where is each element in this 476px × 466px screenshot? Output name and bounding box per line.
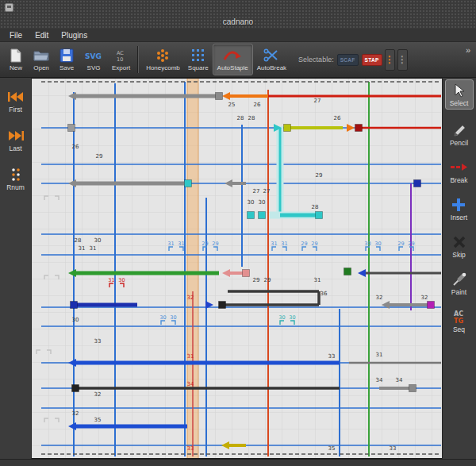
insertion-number: 29 xyxy=(311,241,317,247)
left-tool-panel: First Last Rnum xyxy=(0,78,32,459)
base-index-label: 29 xyxy=(253,277,260,283)
insert-tool-button[interactable]: Insert xyxy=(451,197,467,221)
path-view-canvas[interactable]: 3131292931312929303029293130303030302526… xyxy=(32,79,441,458)
strand-square-endpoint[interactable] xyxy=(344,268,351,275)
menu-plugins[interactable]: Plugins xyxy=(55,30,94,40)
window-menu-icon[interactable] xyxy=(5,3,13,12)
strand-square-endpoint[interactable] xyxy=(248,212,255,219)
base-index-label: 31 xyxy=(90,245,97,252)
strand-square-endpoint[interactable] xyxy=(68,125,75,132)
strand-square-endpoint[interactable] xyxy=(355,125,363,132)
save-floppy-icon xyxy=(60,48,74,64)
svg-text:SVG: SVG xyxy=(85,52,102,60)
strand-square-endpoint[interactable] xyxy=(409,385,416,392)
insertion-number: 30 xyxy=(170,314,176,321)
cadnano-window: cadnano File Edit Plugins New Open Save xyxy=(0,0,476,466)
first-icon xyxy=(7,89,25,105)
rnum-button[interactable]: Rnum xyxy=(6,167,25,191)
base-index-label: 34 xyxy=(396,377,403,383)
base-index-label: 26 xyxy=(254,102,261,108)
base-index-label: 28 xyxy=(312,204,319,210)
insertion-number: 31 xyxy=(271,241,277,247)
selectable-group: Selectable: SCAF STAP xyxy=(298,54,382,66)
base-index-label: 34 xyxy=(187,381,194,387)
base-index-label: 27 xyxy=(263,188,271,194)
seq-tool-button[interactable]: ACTG Seq xyxy=(452,309,466,333)
strand-square-endpoint[interactable] xyxy=(259,212,266,219)
insertion-number: 30 xyxy=(159,314,166,321)
insertion-number: 30 xyxy=(364,241,370,247)
break-icon xyxy=(451,160,468,175)
pencil-tool-button[interactable]: Pencil xyxy=(450,122,468,147)
autobreak-scissors-icon xyxy=(263,48,279,64)
selectable-scaf-toggle[interactable]: SCAF xyxy=(337,54,359,66)
menubar: File Edit Plugins xyxy=(0,29,476,42)
open-button[interactable]: Open xyxy=(29,44,54,75)
gray-dots-menu-button[interactable]: ⋮ xyxy=(397,49,408,71)
base-index-label: 32 xyxy=(376,295,383,301)
window-title: cadnano xyxy=(0,17,476,26)
open-folder-icon xyxy=(33,48,49,64)
strand-square-endpoint[interactable] xyxy=(71,302,78,309)
paint-tool-button[interactable]: Paint xyxy=(451,272,467,296)
select-tool-button[interactable]: Select xyxy=(445,79,474,110)
menu-file[interactable]: File xyxy=(3,30,29,40)
menu-edit[interactable]: Edit xyxy=(29,30,55,40)
strand-square-endpoint[interactable] xyxy=(243,270,250,277)
insertion-number: 29 xyxy=(397,241,404,247)
strand-square-endpoint[interactable] xyxy=(72,385,79,392)
toolbar-separator xyxy=(137,46,139,73)
skip-tool-button[interactable]: Skip xyxy=(452,234,466,259)
insertion-number: 31 xyxy=(167,241,174,247)
toolbar-overflow-chevron[interactable]: » xyxy=(463,44,473,56)
selectable-label: Selectable: xyxy=(298,56,334,64)
base-index-label: 26 xyxy=(334,115,341,121)
strand-square-endpoint[interactable] xyxy=(284,125,291,132)
autostaple-button[interactable]: AutoStaple xyxy=(213,44,253,75)
base-index-label: 33 xyxy=(94,338,102,345)
autostaple-icon xyxy=(223,48,242,64)
base-index-label: 25 xyxy=(228,102,236,108)
base-index-label: 32 xyxy=(72,410,79,417)
autobreak-button[interactable]: AutoBreak xyxy=(253,44,290,75)
insertion-number: 30 xyxy=(118,277,125,283)
strand-square-endpoint[interactable] xyxy=(316,212,323,219)
square-lattice-button[interactable]: Square xyxy=(184,44,213,75)
strand-square-endpoint[interactable] xyxy=(219,302,226,309)
first-button[interactable]: First xyxy=(7,89,25,114)
base-index-label: 29 xyxy=(96,153,103,160)
base-index-label: 28 xyxy=(75,237,82,244)
orange-dots-menu-button[interactable]: ⋮ xyxy=(385,49,395,71)
main-area: First Last Rnum xyxy=(0,78,476,459)
save-button[interactable]: Save xyxy=(54,44,79,75)
base-index-label: 31 xyxy=(314,277,321,283)
svg-text:TG: TG xyxy=(454,318,463,325)
svg-text:AC: AC xyxy=(454,310,463,318)
export-button[interactable]: AC10 Export xyxy=(108,44,134,75)
base-index-label: 32 xyxy=(421,295,428,301)
insertion-number: 30 xyxy=(374,241,381,247)
base-index-label: 33 xyxy=(187,445,194,452)
base-index-label: 32 xyxy=(187,295,194,301)
strand-square-endpoint[interactable] xyxy=(428,302,435,309)
base-index-label: 35 xyxy=(328,445,336,452)
new-button[interactable]: New xyxy=(3,44,29,75)
strand-square-endpoint[interactable] xyxy=(216,93,223,100)
base-index-label: 33 xyxy=(328,353,336,360)
base-index-label: 28 xyxy=(237,115,244,121)
insert-plus-icon xyxy=(451,197,466,213)
svg-export-button[interactable]: SVG SVG xyxy=(79,44,108,75)
selectable-stap-toggle[interactable]: STAP xyxy=(362,54,382,66)
base-index-label: 31 xyxy=(376,352,383,358)
strand-square-endpoint[interactable] xyxy=(185,180,192,187)
break-tool-button[interactable]: Break xyxy=(450,160,467,184)
canvas-grid xyxy=(32,79,441,458)
insertion-number: 29 xyxy=(212,241,218,247)
strand-square-endpoint[interactable] xyxy=(414,180,421,187)
titlebar[interactable]: cadnano xyxy=(0,0,476,29)
last-button[interactable]: Last xyxy=(7,128,25,152)
svg-text:10: 10 xyxy=(117,56,123,63)
insertion-number: 29 xyxy=(408,241,414,247)
insertion-number: 29 xyxy=(202,241,208,247)
honeycomb-button[interactable]: Honeycomb xyxy=(142,44,184,75)
